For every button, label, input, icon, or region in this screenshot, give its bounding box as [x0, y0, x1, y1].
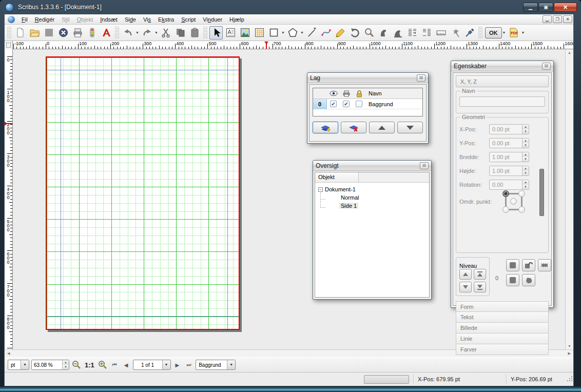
zoom-in-button[interactable] — [98, 360, 108, 370]
lower-to-bottom-button[interactable] — [474, 282, 486, 292]
bredde-spinbox[interactable]: 1.00 pt▲▼ — [489, 152, 529, 162]
flip-vertical-button[interactable] — [506, 274, 519, 286]
menu-indst[interactable]: Indsæt — [96, 15, 121, 24]
spin-up-icon[interactable]: ▲ — [522, 166, 529, 171]
print-document-button[interactable] — [71, 26, 84, 40]
outline-palette[interactable]: Oversigt ☒ Objekt −Dokument-1NormalSide … — [313, 160, 432, 300]
last-page-button[interactable]: ⏭ — [184, 361, 193, 369]
spin-down-icon[interactable]: ▼ — [522, 157, 529, 162]
tree-item-normal[interactable]: Normal — [315, 193, 429, 202]
new-document-button[interactable] — [13, 26, 27, 40]
edit-contents-button[interactable] — [377, 26, 390, 40]
outline-column-header[interactable]: Objekt — [315, 172, 359, 182]
rotate-button[interactable] — [348, 26, 361, 40]
tab-xyz[interactable]: X, Y, Z — [456, 75, 549, 87]
properties-palette[interactable]: Egenskaber ☒ X, Y, Z Navn Geometri X-Pos… — [451, 61, 554, 308]
freehand-button[interactable] — [334, 26, 347, 40]
save-document-button[interactable] — [42, 26, 55, 40]
scroll-left-icon[interactable]: ◀ — [6, 350, 11, 357]
paste-button[interactable] — [188, 26, 201, 40]
menu-fil[interactable]: Fil — [18, 15, 31, 24]
maximize-button[interactable]: ▣ — [538, 3, 553, 12]
link-width-height-chain[interactable] — [539, 169, 544, 216]
section-form[interactable]: Form — [456, 301, 549, 312]
layer-row[interactable]: 0 ✔ ✔ Baggrund — [313, 99, 422, 109]
section-tekst[interactable]: Tekst — [456, 312, 549, 323]
layer-visible-checkbox[interactable]: ✔ — [330, 101, 337, 107]
close-icon[interactable]: ☒ — [420, 162, 429, 169]
layer-lock-checkbox[interactable] — [356, 101, 362, 107]
close-button[interactable]: ✕ — [554, 3, 577, 12]
menu-hjlp[interactable]: Hjælp — [226, 15, 248, 24]
mdi-restore-button[interactable]: ❐ — [553, 15, 562, 23]
layer-select[interactable]: Baggrund ▼ — [196, 360, 236, 370]
page-select[interactable]: 1 of 1 ▼ — [133, 360, 171, 370]
chevron-down-icon[interactable]: ▼ — [521, 26, 526, 40]
raise-level-button[interactable] — [459, 269, 472, 280]
spin-down-icon[interactable]: ▼ — [522, 143, 529, 148]
lower-layer-button[interactable] — [397, 122, 423, 133]
raise-layer-button[interactable] — [369, 122, 395, 133]
basepoint-center[interactable] — [510, 198, 517, 205]
toolbar-drag-handle[interactable] — [115, 27, 119, 39]
lock-size-button[interactable] — [538, 259, 551, 271]
name-field[interactable] — [459, 96, 545, 107]
undo-button[interactable] — [121, 26, 134, 40]
measure-button[interactable] — [434, 26, 448, 40]
layers-palette-titlebar[interactable]: Lag ☒ — [307, 73, 428, 83]
add-layer-button[interactable] — [313, 122, 338, 133]
scroll-down-icon[interactable]: ▼ — [566, 343, 573, 349]
zoom-out-button[interactable] — [71, 360, 82, 370]
scroll-up-icon[interactable]: ▲ — [566, 49, 573, 56]
vertical-ruler[interactable]: 0100200300400500600700800900 — [5, 49, 13, 349]
enable-printing-button[interactable] — [522, 274, 535, 286]
vertical-scrollbar[interactable]: ▲ ▼ — [565, 49, 573, 349]
spin-up-icon[interactable]: ▲ — [522, 180, 529, 185]
resize-grip[interactable] — [566, 376, 572, 382]
tree-collapse-icon[interactable]: − — [318, 187, 323, 192]
chevron-down-icon[interactable]: ▼ — [227, 360, 235, 369]
story-editor-button[interactable] — [391, 26, 404, 40]
chevron-down-icon[interactable]: ▼ — [281, 26, 285, 40]
unit-select[interactable]: pt ▼ — [8, 360, 29, 370]
menu-side[interactable]: Side — [121, 15, 140, 24]
toolbar-drag-handle[interactable] — [203, 27, 207, 39]
ruler-origin-box[interactable] — [5, 41, 13, 49]
select-tool-button[interactable] — [209, 26, 223, 40]
first-page-button[interactable]: ⏮ — [110, 361, 120, 369]
chevron-down-icon[interactable]: ▼ — [502, 26, 507, 40]
spin-up-icon[interactable]: ▲ — [63, 360, 69, 365]
cut-button[interactable] — [159, 26, 172, 40]
shape-button[interactable] — [267, 26, 280, 40]
spin-up-icon[interactable]: ▲ — [522, 139, 529, 143]
ypos-spinbox[interactable]: 0.00 pt▲▼ — [489, 138, 529, 148]
mdi-close-button[interactable]: ✕ — [563, 15, 572, 23]
tree-item-side-1[interactable]: Side 1 — [315, 202, 429, 210]
spin-up-icon[interactable]: ▲ — [522, 152, 529, 157]
tree-item-root[interactable]: −Dokument-1 — [315, 185, 429, 193]
open-document-button[interactable] — [28, 26, 41, 40]
pdf-export-button[interactable]: PDF — [507, 26, 520, 40]
layer-print-checkbox[interactable]: ✔ — [343, 101, 350, 107]
toolbar-drag-handle[interactable] — [478, 27, 482, 39]
chevron-down-icon[interactable]: ▼ — [135, 26, 140, 40]
basepoint-bottomleft[interactable] — [502, 206, 509, 213]
toolbar-drag-handle[interactable] — [7, 27, 11, 39]
copy-properties-button[interactable] — [449, 26, 462, 40]
table-button[interactable] — [253, 26, 266, 40]
minimize-button[interactable]: ▁ — [523, 3, 538, 12]
chevron-down-icon[interactable]: ▼ — [21, 360, 29, 369]
eyedropper-button[interactable] — [463, 26, 476, 40]
outline-palette-titlebar[interactable]: Oversigt ☒ — [313, 161, 431, 171]
bezier-button[interactable] — [319, 26, 333, 40]
section-farver[interactable]: Farver — [456, 344, 549, 355]
close-document-button[interactable] — [56, 26, 70, 40]
ok-button[interactable]: OK — [485, 27, 502, 38]
xpos-spinbox[interactable]: 0.00 pt▲▼ — [489, 124, 529, 134]
layer-number[interactable]: 0 — [313, 99, 327, 109]
preflight-verifier-button[interactable] — [85, 26, 99, 40]
menu-redigr[interactable]: Redigér — [31, 15, 59, 24]
chevron-down-icon[interactable]: ▼ — [162, 360, 170, 369]
copy-button[interactable] — [173, 26, 187, 40]
document-page[interactable] — [46, 56, 240, 330]
